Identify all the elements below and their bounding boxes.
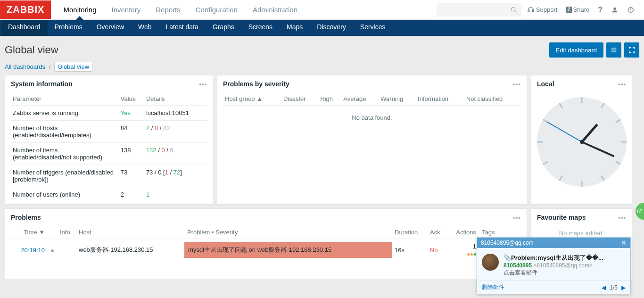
z-icon: Z	[566, 7, 571, 13]
clock-tick	[581, 181, 582, 187]
th-time[interactable]: Time ▼	[5, 226, 48, 239]
breadcrumb: All dashboards / Global view	[5, 63, 639, 70]
nav-inventory[interactable]: Inventory	[104, 0, 149, 19]
favmaps-title: Favourite maps	[537, 214, 586, 221]
svg-point-0	[512, 7, 515, 11]
nav-configuration[interactable]: Configuration	[188, 0, 245, 19]
sev-th: High	[318, 92, 341, 106]
menu-icon	[610, 46, 618, 54]
nav-administration[interactable]: Administration	[245, 0, 305, 19]
svg-rect-8	[611, 50, 617, 50]
subnav-overview[interactable]: Overview	[90, 20, 131, 36]
close-icon[interactable]: ✕	[621, 239, 627, 247]
notif-delete-link[interactable]: 删除邮件	[482, 283, 504, 286]
clock-tick	[601, 103, 605, 108]
sev-th[interactable]: Host group ▲	[223, 92, 281, 106]
clock-tick	[615, 119, 621, 123]
local-title: Local	[537, 80, 554, 88]
edit-dashboard-button[interactable]: Edit dashboard	[549, 42, 603, 58]
notif-header: 810540895@qq.com ✕	[477, 238, 630, 248]
user-button[interactable]	[608, 3, 621, 17]
power-icon	[627, 6, 635, 14]
notif-from: 810540895 <810540895@qq.com>	[504, 262, 626, 269]
svg-rect-2	[528, 10, 529, 12]
problem-time[interactable]: 20:19:10	[5, 239, 48, 261]
notif-next-icon[interactable]: ▶	[621, 284, 626, 286]
share-label: Share	[573, 6, 590, 13]
clock-tick	[601, 175, 605, 181]
th-info: Info	[57, 226, 76, 239]
clock-face	[537, 97, 627, 187]
favmaps-menu[interactable]: •••	[618, 214, 626, 221]
action-dots-icon	[467, 253, 476, 256]
table-row: Number of triggers (enabled/disabled [pr…	[11, 165, 207, 187]
subnav-services[interactable]: Services	[353, 20, 393, 36]
severity-title: Problems by severity	[223, 80, 289, 88]
top-menu: Monitoring Inventory Reports Configurati…	[56, 0, 305, 19]
fullscreen-button[interactable]	[624, 42, 639, 58]
notif-footer: 删除邮件 ◀ 1/5 ▶	[477, 281, 630, 286]
local-clock-widget: Local •••	[531, 75, 632, 205]
local-menu[interactable]: •••	[618, 81, 626, 88]
notif-header-email: 810540895@qq.com	[481, 240, 534, 246]
table-row[interactable]: 20:19:10 web服务器-192.168.230.15 mysql主从出现…	[5, 239, 527, 261]
subnav-discovery[interactable]: Discovery	[310, 20, 353, 36]
search-input[interactable]	[437, 3, 521, 17]
email-notification: 810540895@qq.com ✕ 📎Problem:mysql主从出现了��…	[477, 237, 631, 286]
hour-hand	[581, 124, 598, 143]
notif-from-name: 810540895	[504, 262, 532, 269]
problem-ack[interactable]: No	[427, 239, 451, 261]
logo[interactable]: ZABBIX	[0, 0, 51, 19]
clock-tick	[559, 103, 563, 108]
sev-th: Not classified	[464, 92, 521, 106]
subnav-dashboard[interactable]: Dashboard	[1, 20, 48, 36]
headset-icon	[527, 6, 535, 14]
subnav-maps[interactable]: Maps	[280, 20, 310, 36]
subnav-graphs[interactable]: Graphs	[206, 20, 241, 36]
breadcrumb-all-dashboards[interactable]: All dashboards	[5, 63, 45, 70]
table-row: Zabbix server is runningYeslocalhost:100…	[11, 106, 207, 121]
page-header: Global view Edit dashboard	[5, 42, 639, 58]
system-info-widget: System information ••• Parameter Value D…	[5, 75, 213, 205]
avatar	[482, 254, 499, 271]
sysinfo-menu[interactable]: •••	[199, 81, 207, 88]
clock-tick	[537, 141, 543, 143]
share-link[interactable]: Z Share	[563, 3, 592, 16]
help-button[interactable]: ?	[595, 3, 605, 17]
subnav-problems[interactable]: Problems	[48, 20, 90, 36]
nav-reports[interactable]: Reports	[148, 0, 188, 19]
attachment-icon: 📎	[504, 254, 511, 261]
nav-monitoring[interactable]: Monitoring	[56, 0, 104, 19]
subnav-latest-data[interactable]: Latest data	[159, 20, 206, 36]
sysinfo-title: System information	[11, 80, 73, 88]
second-hand	[546, 122, 582, 142]
power-button[interactable]	[624, 3, 637, 17]
th-host: Host	[76, 226, 184, 239]
severity-table: Host group ▲DisasterHighAverageWarningIn…	[223, 92, 521, 130]
top-right: Support Z Share ?	[437, 3, 644, 17]
subnav-web[interactable]: Web	[131, 20, 159, 36]
notif-hint: 点击查看邮件	[504, 269, 626, 277]
problem-actions-count: 1	[473, 243, 476, 250]
support-link[interactable]: Support	[524, 3, 561, 17]
clock-tick	[581, 97, 582, 103]
dashboard-menu-button[interactable]	[606, 42, 621, 58]
notif-subject: 📎Problem:mysql主从出现了��...	[504, 254, 626, 262]
clock-tick	[542, 161, 548, 165]
table-row: Number of items (enabled/disabled/not su…	[11, 143, 207, 165]
svg-rect-9	[611, 51, 617, 52]
th-duration: Duration	[392, 226, 427, 239]
top-bar: ZABBIX Monitoring Inventory Reports Conf…	[0, 0, 644, 20]
problems-table: Time ▼ Info Host Problem • Severity Dura…	[5, 226, 527, 261]
timeline-dot-icon	[51, 249, 54, 252]
severity-menu[interactable]: •••	[513, 81, 521, 88]
user-icon	[611, 6, 619, 14]
problems-menu[interactable]: •••	[513, 214, 521, 221]
subnav-screens[interactable]: Screens	[241, 20, 280, 36]
notif-prev-icon[interactable]: ◀	[602, 284, 606, 286]
clock-tick	[559, 175, 563, 181]
notif-body[interactable]: 📎Problem:mysql主从出现了��... 810540895 <8105…	[477, 248, 630, 281]
clock-tick	[615, 161, 621, 165]
problem-host[interactable]: web服务器-192.168.230.15	[76, 239, 184, 261]
problem-desc[interactable]: mysql主从出现了问题 on web服务器-192.168.230.15	[184, 242, 392, 258]
